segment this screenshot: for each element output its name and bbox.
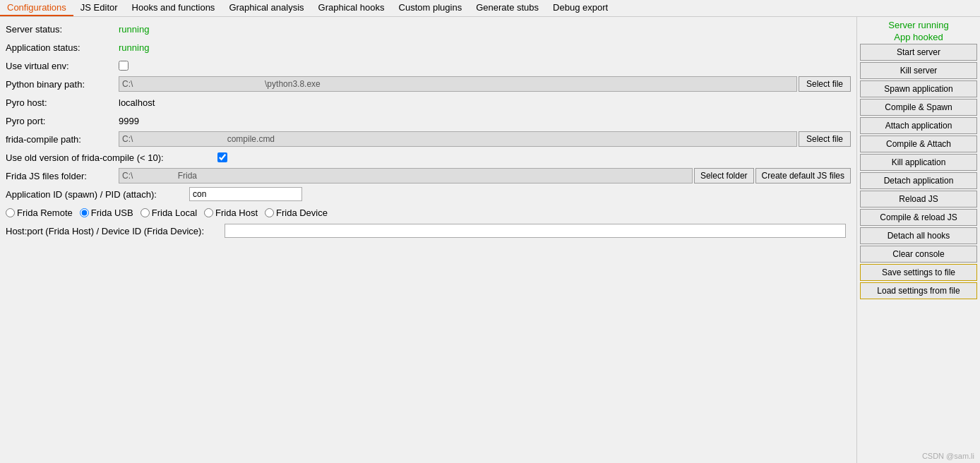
python-binary-input[interactable] <box>119 76 797 92</box>
old-frida-checkbox[interactable] <box>217 152 227 162</box>
frida-compile-input-row: Select file <box>119 131 851 147</box>
host-port-input[interactable] <box>225 224 846 238</box>
radio-input-frida-local[interactable] <box>141 208 150 217</box>
radio-text-frida-local: Frida Local <box>152 208 197 218</box>
python-binary-row: Python binary path: Select file <box>6 76 851 92</box>
pyro-port-value: 9999 <box>119 116 139 126</box>
pyro-port-row: Pyro port: 9999 <box>6 113 851 128</box>
right-sidebar: Server runningApp hookedStart serverKill… <box>856 17 980 463</box>
radio-label-frida-local[interactable]: Frida Local <box>141 208 197 218</box>
nav-item-hooks-and-functions[interactable]: Hooks and functions <box>125 0 222 16</box>
radio-text-frida-usb: Frida USB <box>91 208 133 218</box>
venv-row: Use virtual env: <box>6 58 851 73</box>
nav-item-generate-stubs[interactable]: Generate stubs <box>469 0 546 16</box>
frida-type-radio-group: Frida RemoteFrida USBFrida LocalFrida Ho… <box>6 208 328 218</box>
radio-text-frida-remote: Frida Remote <box>17 208 73 218</box>
sidebar-btn-compile-&-reload-js[interactable]: Compile & reload JS <box>860 209 977 226</box>
app-id-input[interactable] <box>189 187 302 201</box>
nav-item-js-editor[interactable]: JS Editor <box>73 0 125 16</box>
sidebar-btn-kill-application[interactable]: Kill application <box>860 154 977 171</box>
python-select-button[interactable]: Select file <box>799 76 851 92</box>
radio-input-frida-host[interactable] <box>204 208 213 217</box>
top-nav: ConfigurationsJS EditorHooks and functio… <box>0 0 980 17</box>
content-area: Server status: running Application statu… <box>0 17 856 463</box>
js-folder-row: Frida JS files folder: Select folder Cre… <box>6 168 851 184</box>
server-status-row: Server status: running <box>6 21 851 37</box>
radio-text-frida-device: Frida Device <box>276 208 328 218</box>
pyro-host-label: Pyro host: <box>6 97 119 108</box>
nav-item-graphical-hooks[interactable]: Graphical hooks <box>311 0 392 16</box>
js-folder-label: Frida JS files folder: <box>6 171 119 181</box>
sidebar-btn-start-server[interactable]: Start server <box>860 44 977 61</box>
frida-compile-input[interactable] <box>119 131 797 147</box>
pyro-host-row: Pyro host: localhost <box>6 95 851 110</box>
app-status-row: Application status: running <box>6 40 851 55</box>
host-port-row: Host:port (Frida Host) / Device ID (Frid… <box>6 223 851 239</box>
venv-checkbox[interactable] <box>119 61 129 71</box>
watermark: CSDN @sam.li <box>922 452 974 460</box>
frida-compile-row: frida-compile path: Select file <box>6 131 851 147</box>
create-js-button[interactable]: Create default JS files <box>755 168 851 184</box>
radio-input-frida-remote[interactable] <box>6 208 15 217</box>
old-frida-row: Use old version of frida-compile (< 10): <box>6 150 851 165</box>
radio-row: Frida RemoteFrida USBFrida LocalFrida Ho… <box>6 205 851 220</box>
venv-label: Use virtual env: <box>6 61 119 71</box>
radio-label-frida-usb[interactable]: Frida USB <box>80 208 133 218</box>
frida-compile-label: frida-compile path: <box>6 134 119 145</box>
radio-label-frida-device[interactable]: Frida Device <box>265 208 328 218</box>
old-frida-label: Use old version of frida-compile (< 10): <box>6 152 217 163</box>
pyro-host-value: localhost <box>119 97 155 108</box>
radio-label-frida-remote[interactable]: Frida Remote <box>6 208 73 218</box>
select-folder-button[interactable]: Select folder <box>694 168 754 184</box>
sidebar-app-status: App hooked <box>860 32 977 42</box>
python-binary-input-row: Select file <box>119 76 851 92</box>
nav-item-debug-export[interactable]: Debug export <box>546 0 615 16</box>
sidebar-server-status: Server running <box>860 20 977 30</box>
sidebar-btn-attach-application[interactable]: Attach application <box>860 117 977 134</box>
app-status-value: running <box>119 42 149 53</box>
radio-input-frida-usb[interactable] <box>80 208 89 217</box>
nav-item-graphical-analysis[interactable]: Graphical analysis <box>222 0 311 16</box>
app-status-label: Application status: <box>6 42 119 53</box>
sidebar-btn-spawn-application[interactable]: Spawn application <box>860 80 977 97</box>
nav-item-custom-plugins[interactable]: Custom plugins <box>392 0 470 16</box>
server-status-value: running <box>119 24 149 35</box>
sidebar-btn-kill-server[interactable]: Kill server <box>860 62 977 79</box>
pyro-port-label: Pyro port: <box>6 116 119 126</box>
app-id-label: Application ID (spawn) / PID (attach): <box>6 189 189 200</box>
radio-label-frida-host[interactable]: Frida Host <box>204 208 258 218</box>
sidebar-btn-detach-all-hooks[interactable]: Detach all hooks <box>860 227 977 244</box>
frida-compile-select-button[interactable]: Select file <box>799 131 851 147</box>
radio-text-frida-host: Frida Host <box>215 208 258 218</box>
sidebar-btn-compile-&-attach[interactable]: Compile & Attach <box>860 136 977 152</box>
nav-item-configurations[interactable]: Configurations <box>0 0 73 16</box>
main-layout: Server status: running Application statu… <box>0 17 980 463</box>
radio-input-frida-device[interactable] <box>265 208 274 217</box>
js-folder-input-row: Select folder Create default JS files <box>119 168 851 184</box>
host-port-label: Host:port (Frida Host) / Device ID (Frid… <box>6 226 225 236</box>
sidebar-btn-compile-&-spawn[interactable]: Compile & Spawn <box>860 99 977 116</box>
server-status-label: Server status: <box>6 24 119 35</box>
sidebar-btn-save-settings-to-file[interactable]: Save settings to file <box>860 264 977 281</box>
python-binary-label: Python binary path: <box>6 79 119 90</box>
app-id-row: Application ID (spawn) / PID (attach): <box>6 186 851 202</box>
sidebar-btn-clear-console[interactable]: Clear console <box>860 246 977 263</box>
sidebar-btn-detach-application[interactable]: Detach application <box>860 172 977 189</box>
sidebar-btn-load-settings-from-file[interactable]: Load settings from file <box>860 282 977 299</box>
js-folder-input[interactable] <box>119 168 693 184</box>
sidebar-btn-reload-js[interactable]: Reload JS <box>860 191 977 208</box>
